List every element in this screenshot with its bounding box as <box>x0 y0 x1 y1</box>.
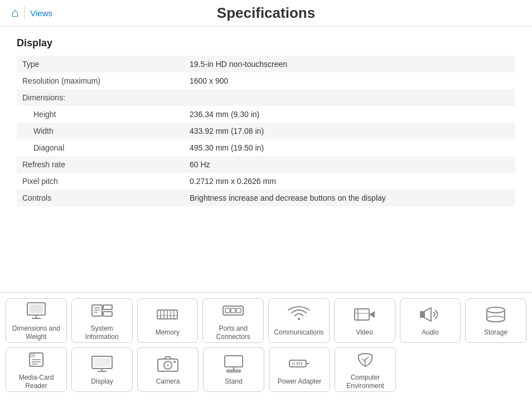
page-title: Specifications <box>217 4 315 22</box>
spec-value: 1600 x 900 <box>184 72 515 89</box>
spec-label: Resolution (maximum) <box>17 72 184 89</box>
spec-label: Diagonal <box>17 139 184 156</box>
header: ⌂ Views Specifications <box>0 0 532 26</box>
spec-table: Type19.5-in HD non-touchscreenResolution… <box>17 56 515 206</box>
spec-value <box>184 89 515 106</box>
spec-value: Brightness increase and decrease buttons… <box>184 190 515 206</box>
spec-label: Type <box>17 56 184 72</box>
spec-value: 19.5-in HD non-touchscreen <box>184 56 515 72</box>
spec-label: Refresh rate <box>17 156 184 173</box>
home-icon[interactable]: ⌂ <box>11 6 18 20</box>
spec-value: 495.30 mm (19.50 in) <box>184 139 515 156</box>
main-content: Display Type19.5-in HD non-touchscreenRe… <box>0 26 532 217</box>
spec-label: Controls <box>17 190 184 206</box>
spec-value: 236.34 mm (9.30 in) <box>184 106 515 123</box>
spec-label: Dimensions: <box>17 89 184 106</box>
spec-label: Height <box>17 106 184 123</box>
spec-label: Pixel pitch <box>17 173 184 190</box>
header-divider <box>24 6 25 20</box>
spec-value: 0.2712 mm x 0.2626 mm <box>184 173 515 190</box>
spec-label: Width <box>17 123 184 139</box>
spec-value: 60 Hz <box>184 156 515 173</box>
spec-value: 433.92 mm (17.08 in) <box>184 123 515 139</box>
views-link[interactable]: Views <box>30 8 52 18</box>
display-section-title: Display <box>17 37 515 49</box>
